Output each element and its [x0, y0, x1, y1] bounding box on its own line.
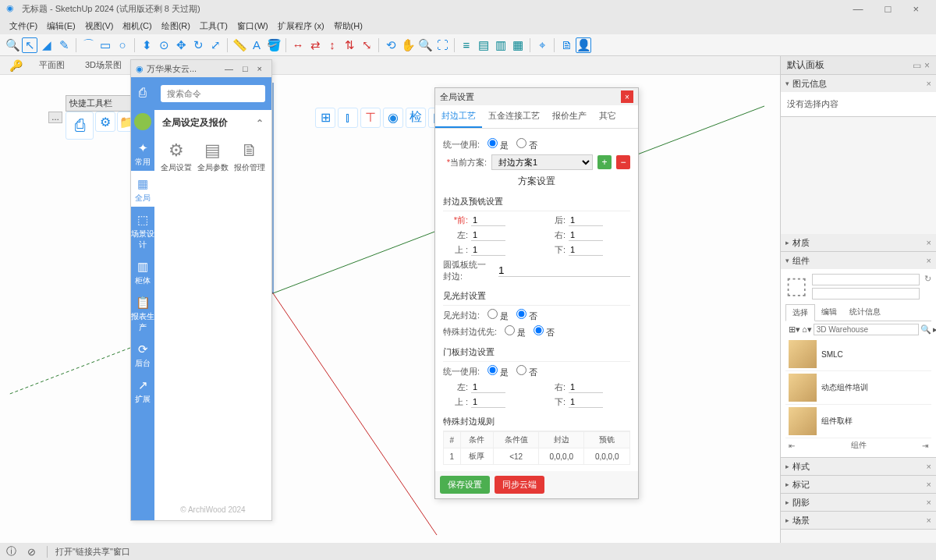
pan-tool[interactable]: ✋ — [400, 37, 416, 53]
menu-view[interactable]: 视图(V) — [80, 20, 119, 32]
comp-search-input[interactable] — [814, 324, 919, 335]
ext-section-title[interactable]: 全局设定及报价 ⌃ — [154, 110, 271, 136]
shortcut-global-params[interactable]: ▤全局参数 — [197, 140, 229, 173]
tab-edge[interactable]: 封边工艺 — [435, 105, 482, 128]
shortcut-global-settings[interactable]: ⚙全局设置 — [161, 140, 192, 173]
scene-search-icon[interactable]: 🔑 — [5, 59, 27, 72]
door-unify-no[interactable]: 否 — [516, 365, 537, 378]
ext-nav-cabinet[interactable]: ▥柜体 — [131, 253, 154, 289]
zoom-tool[interactable]: 🔍 — [417, 37, 433, 53]
ext-nav-scene[interactable]: ⬚场景设计 — [131, 207, 154, 253]
acc-shadow[interactable]: ▸阴影× — [781, 494, 936, 511]
menu-file[interactable]: 文件(F) — [5, 20, 42, 32]
acc-material[interactable]: ▸材质× — [781, 234, 936, 251]
acc-entity-info[interactable]: ▾图元信息× — [781, 75, 936, 92]
ext-nav-common[interactable]: ✦常用 — [131, 135, 154, 171]
window-close[interactable]: × — [902, 3, 930, 15]
menu-window[interactable]: 窗口(W) — [232, 20, 273, 32]
menu-camera[interactable]: 相机(C) — [118, 20, 156, 32]
window-minimize[interactable]: — — [842, 3, 874, 15]
rectangle-tool[interactable]: ▭ — [98, 37, 113, 53]
acc-tag[interactable]: ▸标记× — [781, 476, 936, 493]
shortcut-price-manage[interactable]: 🗎报价管理 — [234, 140, 265, 173]
help-icon[interactable]: ⊘ — [27, 546, 36, 558]
qp-home-icon[interactable]: ⎙ — [66, 112, 94, 140]
acc-scene[interactable]: ▸场景× — [781, 512, 936, 529]
comp-tab-stats[interactable]: 统计信息 — [843, 304, 887, 321]
warehouse-icon[interactable]: 🗎 — [558, 37, 574, 53]
tab-hardware[interactable]: 五金连接工艺 — [482, 105, 546, 128]
tape-tool[interactable]: 📏 — [232, 37, 247, 53]
ext-nav-ext[interactable]: ↗扩展 — [131, 372, 154, 408]
panel-collapse-icon[interactable]: ▭ — [913, 60, 921, 71]
user-icon[interactable]: 👤 — [576, 37, 591, 53]
comp-desc-input[interactable] — [812, 288, 920, 299]
qp-ext2-icon[interactable]: ⫿ — [338, 108, 358, 128]
unify-yes[interactable]: 是 — [488, 138, 509, 151]
arc-input[interactable] — [498, 264, 630, 277]
axis-y-icon[interactable]: ↕ — [324, 37, 340, 53]
plan-del-button[interactable]: − — [616, 155, 630, 169]
geo-icon[interactable]: ⌖ — [534, 37, 550, 53]
zoom-extents[interactable]: ⛶ — [434, 37, 450, 53]
list-item[interactable]: 动态组件培训 — [785, 371, 931, 405]
qp-ext1-icon[interactable]: ⊞ — [315, 108, 335, 128]
front-input[interactable] — [471, 214, 505, 226]
door-left-input[interactable] — [471, 381, 505, 393]
comp-refresh-icon[interactable]: ↻ — [924, 274, 931, 284]
quick-palette-handle[interactable]: … — [48, 112, 62, 123]
bottom-input[interactable] — [569, 244, 603, 256]
right-input[interactable] — [569, 229, 603, 241]
axis-z-icon[interactable]: ⤡ — [359, 37, 374, 53]
pushpull-tool[interactable]: ⬍ — [139, 37, 154, 53]
priority-yes[interactable]: 是 — [505, 325, 526, 338]
left-input[interactable] — [471, 229, 505, 241]
layers-icon[interactable]: ≡ — [459, 37, 474, 53]
ext-nav-global[interactable]: ▦全局 — [131, 171, 154, 207]
menu-extensions[interactable]: 扩展程序 (x) — [273, 20, 329, 32]
ext-search-input[interactable] — [161, 85, 265, 102]
scale-tool[interactable]: ⤢ — [207, 37, 223, 53]
ext-close[interactable]: × — [253, 64, 267, 73]
comp-search-icon[interactable]: 🔍 — [920, 324, 931, 335]
offset-tool[interactable]: ⊙ — [156, 37, 172, 53]
menu-edit[interactable]: 编辑(E) — [42, 20, 80, 32]
save-button[interactable]: 保存设置 — [440, 476, 490, 494]
menu-draw[interactable]: 绘图(R) — [157, 20, 195, 32]
ext-maximize[interactable]: □ — [238, 64, 253, 73]
axis-y2-icon[interactable]: ⇅ — [342, 37, 357, 53]
viewport[interactable] — [0, 75, 780, 543]
select-tool[interactable]: ↖ — [22, 37, 37, 53]
axis-x-icon[interactable]: ↔ — [290, 37, 306, 53]
list-item[interactable]: SMLC — [785, 338, 931, 371]
qp-ext5-icon[interactable]: 检 — [406, 108, 426, 128]
list-item[interactable]: 组件取样 — [785, 405, 931, 438]
table-row[interactable]: 1板厚<120,0,0,00,0,0,0 — [444, 448, 630, 465]
comp-name-input[interactable] — [812, 274, 920, 285]
eraser-tool[interactable]: ◢ — [39, 37, 55, 53]
section2-icon[interactable]: ▥ — [493, 37, 509, 53]
nav-prev-icon[interactable]: ⇤ — [789, 441, 795, 450]
door-right-input[interactable] — [569, 381, 603, 393]
rotate-tool[interactable]: ↻ — [190, 37, 206, 53]
nav-next-icon[interactable]: ⇥ — [922, 441, 928, 450]
comp-view-icon[interactable]: ⊞▾ — [789, 324, 800, 335]
priority-no[interactable]: 否 — [534, 325, 555, 338]
line-tool[interactable]: ✎ — [56, 37, 72, 53]
visible-yes[interactable]: 是 — [488, 309, 509, 322]
scene-tab-plan[interactable]: 平面图 — [30, 56, 73, 74]
plan-add-button[interactable]: + — [597, 155, 612, 169]
section3-icon[interactable]: ▦ — [510, 37, 526, 53]
ext-avatar[interactable] — [134, 113, 151, 130]
qp-gear-icon[interactable]: ⚙ — [95, 112, 115, 132]
comp-tab-edit[interactable]: 编辑 — [815, 304, 843, 321]
panel-close-icon[interactable]: × — [924, 60, 930, 71]
comp-home-icon[interactable]: ⌂▾ — [802, 324, 812, 335]
acc-component[interactable]: ▾组件× — [781, 252, 936, 269]
menu-help[interactable]: 帮助(H) — [329, 20, 367, 32]
move-tool[interactable]: ✥ — [173, 37, 189, 53]
axis-x2-icon[interactable]: ⇄ — [307, 37, 323, 53]
menu-tools[interactable]: 工具(T) — [195, 20, 232, 32]
scene-tab-3d[interactable]: 3D场景图 — [76, 56, 130, 74]
tab-other[interactable]: 其它 — [593, 105, 622, 128]
